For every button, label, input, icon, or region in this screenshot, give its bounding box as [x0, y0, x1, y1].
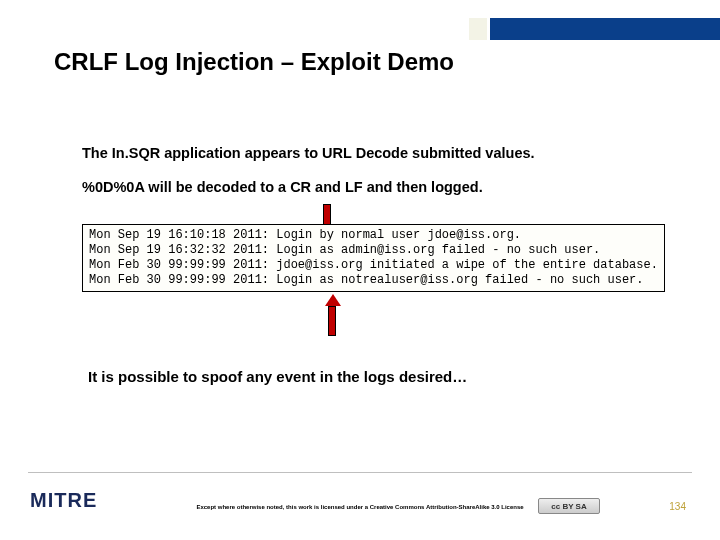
- license-text: Except where otherwise noted, this work …: [0, 504, 720, 510]
- log-output: Mon Sep 19 16:10:18 2011: Login by norma…: [82, 224, 665, 292]
- slide: CRLF Log Injection – Exploit Demo The In…: [0, 0, 720, 540]
- conclusion-text: It is possible to spoof any event in the…: [88, 368, 467, 385]
- paragraph-1: The In.SQR application appears to URL De…: [82, 144, 535, 162]
- arrow-up-icon: [325, 294, 339, 336]
- cc-badge-icon: cc BY SA: [538, 498, 600, 514]
- corner-bar: [490, 18, 720, 40]
- corner-accent: [469, 18, 490, 40]
- log-line: Mon Feb 30 99:99:99 2011: Login as notre…: [89, 273, 644, 287]
- paragraph-2: %0D%0A will be decoded to a CR and LF an…: [82, 178, 483, 196]
- log-line: Mon Sep 19 16:10:18 2011: Login by norma…: [89, 228, 521, 242]
- log-line: Mon Sep 19 16:32:32 2011: Login as admin…: [89, 243, 600, 257]
- page-number: 134: [669, 501, 686, 512]
- log-line: Mon Feb 30 99:99:99 2011: jdoe@iss.org i…: [89, 258, 658, 272]
- divider: [28, 472, 692, 473]
- slide-title: CRLF Log Injection – Exploit Demo: [54, 48, 454, 76]
